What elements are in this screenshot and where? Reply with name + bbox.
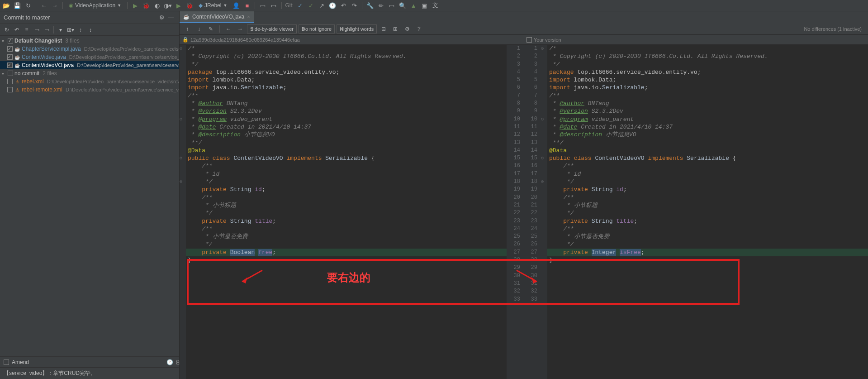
jrebel-dropdown[interactable]: ◆ JRebel ▼ (196, 1, 230, 10)
git-update-icon[interactable]: ✓ (295, 1, 304, 10)
viewer-mode-dropdown[interactable]: Side-by-side viewer▼ (247, 24, 297, 34)
editor-area: ☕ ContentVideoVO.java × ↑ ↓ ✎ ← → Side-b… (180, 11, 868, 379)
git-history-icon[interactable]: 🕐 (328, 1, 337, 10)
prev-diff-icon[interactable]: ↑ (182, 24, 192, 34)
code-right[interactable]: /* * Copyright (c) 2020-2030 IT6666.Co.L… (547, 45, 868, 379)
commit-toolbar: ↻ ↶ ≡ ▭ ▭ ▾ ⊞▾ ↕ ↨ (0, 24, 179, 36)
tool2-icon[interactable]: ✏ (376, 1, 385, 10)
edit-diff-icon[interactable]: ✎ (206, 24, 216, 34)
git-branch-icon[interactable]: ↷ (350, 1, 359, 10)
nav-back-icon[interactable]: ← (223, 24, 233, 34)
debug-icon[interactable]: 🐞 (142, 1, 151, 10)
stop-icon[interactable]: ■ (242, 1, 251, 10)
next-diff-icon[interactable]: ↓ (194, 24, 204, 34)
changelist-tree: ▾ Default Changelist 3 files ☕ ChapterSe… (0, 36, 179, 356)
profiler-icon[interactable]: ◑▾ (163, 1, 172, 10)
layout2-icon[interactable]: ▭ (269, 1, 278, 10)
run-config-dropdown[interactable]: ◉ VideoApplication ▼ (66, 1, 124, 10)
diff-left-pane: ⊖⊖⊖⊖ /* * Copyright (c) 2020-2030 IT6666… (180, 45, 524, 379)
git-push-icon[interactable]: ↗ (317, 1, 326, 10)
list-item[interactable]: ☕ ContentVideoVO.java D:\Develop\IdeaPro… (0, 61, 179, 69)
expand-icon[interactable]: ↕ (76, 25, 85, 35)
collapse-unchanged-icon[interactable]: ⊟ (379, 24, 389, 34)
nav-fwd-icon[interactable]: → (235, 24, 245, 34)
amend-checkbox[interactable] (4, 360, 9, 365)
git-label: Git: (285, 2, 294, 9)
msg-settings-icon[interactable]: ⎘ (176, 359, 179, 365)
minimize-icon[interactable]: — (166, 13, 175, 22)
run-icon[interactable]: ▶ (131, 1, 140, 10)
list-item[interactable]: ⚠ rebel.xml D:\Develop\IdeaPro\video_par… (0, 77, 179, 86)
save-icon[interactable]: 💾 (13, 1, 22, 10)
list-item[interactable]: ☕ ChapterServiceImpl.java D:\Develop\Ide… (0, 45, 179, 53)
layout-icon[interactable]: ▭ (258, 1, 267, 10)
java-file-icon: ☕ (183, 14, 190, 20)
highlight-mode-dropdown[interactable]: Highlight words▼ (337, 24, 377, 34)
refresh-icon[interactable]: ↻ (24, 1, 33, 10)
git-rollback-icon[interactable]: ↶ (339, 1, 348, 10)
ignore-mode-dropdown[interactable]: Do not ignore▼ (299, 24, 335, 34)
help-icon[interactable]: ? (414, 24, 424, 34)
settings-icon[interactable]: ⚙ (402, 24, 412, 34)
open-icon[interactable]: 📂 (2, 1, 11, 10)
changelist-nocommit[interactable]: ▾ no commit 2 files (0, 69, 179, 77)
diff-body: ⊖⊖⊖⊖ /* * Copyright (c) 2020-2030 IT6666… (180, 45, 868, 379)
coverage-icon[interactable]: ◐ (152, 1, 161, 10)
editor-tab[interactable]: ☕ ContentVideoVO.java × (180, 11, 254, 23)
refresh-commit-icon[interactable]: ↻ (2, 25, 12, 35)
group-icon[interactable]: ▾ (56, 25, 66, 35)
diff-subtitle: 🔒 12a939d3deda21918d6460e069264a139446ef… (180, 35, 868, 45)
view-icon[interactable]: ⊞▾ (66, 25, 76, 35)
git-commit-icon[interactable]: ✓ (306, 1, 315, 10)
diff-icon[interactable]: ≡ (22, 25, 32, 35)
tool1-icon[interactable]: 🔧 (365, 1, 375, 10)
code-left[interactable]: /* * Copyright (c) 2020-2030 IT6666.Co.L… (186, 45, 507, 379)
rollback-icon[interactable]: ↶ (12, 25, 22, 35)
main-toolbar: 📂 💾 ↻ ← → ◉ VideoApplication ▼ ▶ 🐞 ◐ ◑▾ … (0, 0, 868, 11)
forward-icon[interactable]: → (50, 1, 59, 10)
collapse-icon[interactable]: ↨ (85, 25, 95, 35)
list-item[interactable]: ⚠ rebel-remote.xml D:\Develop\IdeaPro\vi… (0, 86, 179, 94)
back-icon[interactable]: ← (39, 1, 48, 10)
debug2-icon[interactable]: 🐞 (185, 1, 194, 10)
amend-row: Amend 🕐 ⎘ (0, 356, 179, 367)
run2-icon[interactable]: ▶ (174, 1, 183, 10)
history-icon[interactable]: 🕐 (166, 359, 173, 365)
diff-toolbar: ↑ ↓ ✎ ← → Side-by-side viewer▼ Do not ig… (180, 23, 868, 35)
tool3-icon[interactable]: ▭ (387, 1, 396, 10)
shelve-icon[interactable]: ▭ (42, 25, 52, 35)
tool5-icon[interactable]: ▣ (420, 1, 429, 10)
editor-tabs: ☕ ContentVideoVO.java × (180, 11, 868, 23)
lock-icon: 🔒 (182, 37, 189, 43)
gear-icon[interactable]: ⚙ (157, 13, 166, 22)
person-icon[interactable]: 👤 (232, 1, 241, 10)
sync-scroll-icon[interactable]: ⊞ (390, 24, 400, 34)
commit-title: Commit to master (4, 14, 157, 21)
tool4-icon[interactable]: ▲ (409, 1, 418, 10)
commit-panel: Commit to master ⚙ — ↻ ↶ ≡ ▭ ▭ ▾ ⊞▾ ↕ ↨ … (0, 11, 180, 379)
search-icon[interactable]: 🔍 (398, 1, 407, 10)
commit-message-input[interactable]: 【service_video】：章节CRUD完毕。 (0, 367, 179, 379)
list-item[interactable]: ☕ ContentVideo.java D:\Develop\IdeaPro\v… (0, 53, 179, 61)
your-version-checkbox[interactable] (526, 37, 532, 43)
diff-status: No differences (1 inactive) (804, 26, 865, 32)
changelist-root[interactable]: ▾ Default Changelist 3 files (0, 37, 179, 45)
diff-right-pane: 1234567891011121314151617181920212223242… (524, 45, 868, 379)
changelist-icon[interactable]: ▭ (32, 25, 42, 35)
translate-icon[interactable]: 文 (431, 1, 440, 10)
close-icon[interactable]: × (247, 14, 250, 19)
